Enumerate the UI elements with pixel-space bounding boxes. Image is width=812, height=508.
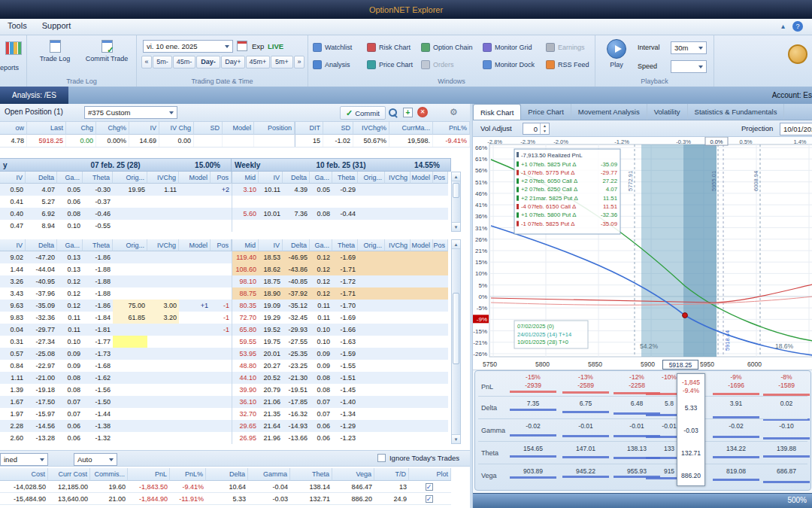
scroll-thumb[interactable]: [453, 293, 459, 364]
zoom-icon[interactable]: [388, 108, 398, 117]
trade-log-button[interactable]: Trade Log: [32, 40, 78, 62]
play-button[interactable]: Play: [601, 39, 632, 68]
expiry-band-1[interactable]: y07 feb. 25 (28)15.00%: [0, 158, 232, 172]
tab-analysis-es[interactable]: Analysis: /ES: [0, 87, 68, 104]
tab-volatility[interactable]: Volatility: [647, 104, 688, 120]
chain-row[interactable]: 0.415.270.06-0.37: [0, 196, 448, 208]
chain-row[interactable]: 1.67-17.500.07-1.5036.1021.06-17.850.07-…: [0, 396, 448, 408]
tab-risk-chart[interactable]: Risk Chart: [473, 104, 521, 120]
chain-row[interactable]: 1.11-21.000.08-1.6244.1020.52-21.300.08-…: [0, 372, 448, 384]
plot-checkbox[interactable]: ✓: [426, 495, 433, 503]
vol-adjust-spinner[interactable]: 0 ▲▼: [523, 123, 550, 135]
checkbox-icon[interactable]: [377, 454, 386, 462]
scroll-down-icon[interactable]: ▼: [452, 222, 460, 231]
add-analysis-icon[interactable]: +: [403, 108, 413, 117]
puts-scrollbar[interactable]: ▲ ▼: [451, 239, 461, 444]
greek-bar: [562, 456, 609, 458]
greek-value: 903.89: [523, 467, 543, 475]
calls-scrollbar[interactable]: ▲ ▼: [451, 172, 461, 232]
collapse-ribbon-icon[interactable]: ▴: [781, 22, 785, 30]
chain-row[interactable]: 0.406.920.08-0.465.6010.017.360.08-0.44: [0, 208, 448, 220]
scroll-down-icon[interactable]: ▼: [452, 434, 460, 443]
window-toggle-watchlist[interactable]: Watchlist: [313, 40, 352, 55]
spinner-arrows-icon[interactable]: ▲▼: [540, 123, 549, 134]
window-toggle-rss-feed[interactable]: RSS Feed: [546, 57, 589, 72]
window-toggle-option-chain[interactable]: Option Chain: [421, 40, 473, 55]
menu-tools[interactable]: Tools: [0, 19, 35, 32]
chain-row[interactable]: 1.39-19.180.08-1.5639.9020.79-19.510.08-…: [0, 384, 448, 396]
window-toggle-orders[interactable]: Orders: [421, 57, 454, 72]
speed-select[interactable]: [671, 60, 707, 73]
window-toggle-earnings[interactable]: Earnings: [546, 40, 585, 55]
trading-date-select[interactable]: vi. 10 ene. 2025: [143, 40, 233, 53]
chain-row[interactable]: 2.60-13.280.06-1.3226.9521.96-13.660.06-…: [0, 432, 448, 444]
totals-header-row: CostCurr CostCommis...PnLPnL%DeltaGammaT…: [0, 468, 451, 481]
nav-5m-[interactable]: 5m-: [153, 56, 172, 68]
window-toggle-risk-chart[interactable]: Risk Chart: [367, 40, 411, 55]
strategy-select[interactable]: #375 Custom: [84, 106, 177, 119]
greek-value: 915: [664, 467, 674, 475]
interval-select[interactable]: 30m: [671, 41, 707, 54]
tab-price-chart[interactable]: Price Chart: [521, 104, 571, 120]
reports-icon[interactable]: [5, 41, 22, 55]
scroll-up-icon[interactable]: ▲: [452, 240, 460, 249]
window-toggle-monitor-dock[interactable]: Monitor Dock: [483, 57, 535, 72]
help-icon[interactable]: ?: [792, 21, 803, 32]
nav-Day+[interactable]: Day+: [221, 56, 245, 68]
window-title: OptionNET Explorer: [369, 5, 443, 14]
expiry-band-2[interactable]: Weekly10 feb. 25 (31)14.55%: [232, 158, 451, 172]
settings-gear-icon[interactable]: ⚙: [450, 107, 458, 117]
nav-5m+[interactable]: 5m+: [271, 56, 293, 68]
greek-value: -10%: [662, 373, 677, 381]
chevron-down-icon: [169, 111, 174, 114]
greek-value: 955.93: [627, 467, 647, 475]
nav-back[interactable]: «: [141, 56, 152, 68]
window-toggle-price-chart[interactable]: Price Chart: [367, 57, 413, 72]
reports-label[interactable]: eports: [0, 64, 19, 71]
menu-support[interactable]: Support: [35, 19, 79, 32]
current-price-box: 5918.25: [662, 360, 698, 370]
greek-bar: [510, 409, 556, 411]
scroll-thumb[interactable]: [453, 183, 459, 198]
chain-row[interactable]: 0.31-27.340.10-1.7759.5519.75-27.550.10-…: [0, 336, 448, 348]
chain-row[interactable]: 1.44-44.040.13-1.88108.6018.62-43.860.12…: [0, 263, 448, 275]
calendar-icon[interactable]: [237, 41, 247, 51]
commit-trade-button[interactable]: Commit Trade: [81, 40, 132, 62]
auto-select[interactable]: Auto: [74, 453, 117, 466]
plot-checkbox[interactable]: ✓: [426, 483, 433, 491]
nav-45m-[interactable]: 45m-: [173, 56, 195, 68]
scroll-up-icon[interactable]: ▲: [452, 172, 460, 181]
window-toggle-monitor-grid[interactable]: Monitor Grid: [483, 40, 532, 55]
x-tick: 6000: [747, 360, 762, 368]
chain-row[interactable]: 0.478.940.10-0.55: [0, 220, 448, 232]
chain-row[interactable]: 9.63-35.090.12-1.8675.003.00+1-180.3519.…: [0, 300, 448, 312]
risk-chart[interactable]: 5772.915955.016008.945918.4466%61%56%51%…: [473, 137, 812, 360]
table-footer-bar: ined Auto Ignore Today's Trades: [0, 450, 470, 467]
chain-row[interactable]: 3.26-40.950.12-1.8898.1018.75-40.850.12-…: [0, 275, 448, 287]
chain-row[interactable]: 9.83-32.360.11-1.8461.853.20-172.7019.29…: [0, 312, 448, 324]
chain-row[interactable]: 2.28-14.560.06-1.3829.6521.64-14.930.06-…: [0, 420, 448, 432]
chain-row[interactable]: 0.57-25.080.09-1.7353.9520.01-25.350.09-…: [0, 348, 448, 360]
totals-headers: CostCurr CostCommis...PnLPnL%DeltaGammaT…: [0, 468, 451, 481]
greek-value: 134.22: [726, 445, 746, 452]
chain-row[interactable]: 0.504.070.05-0.3019.951.11+23.1010.114.3…: [0, 184, 448, 196]
chain-row[interactable]: 3.43-37.960.12-1.8888.7518.90-37.920.12-…: [0, 287, 448, 300]
chain-row[interactable]: 9.02-47.200.13-1.86119.4018.53-46.950.12…: [0, 251, 448, 263]
ignore-trades-checkbox[interactable]: Ignore Today's Trades: [377, 454, 459, 462]
window-toggle-analysis[interactable]: Analysis: [313, 57, 350, 72]
display-mode-select[interactable]: ined: [0, 453, 48, 466]
tab-statistics-fundamentals[interactable]: Statistics & Fundamentals: [688, 104, 785, 120]
tab-movement-analysis[interactable]: Movement Analysis: [571, 104, 647, 120]
nav-45m+[interactable]: 45m+: [246, 56, 270, 68]
nav-fwd[interactable]: »: [294, 56, 304, 68]
nav-Day-[interactable]: Day-: [196, 56, 220, 68]
greek-value: 138.13: [627, 445, 647, 452]
vol-adjust-label: Vol Adjust: [480, 124, 512, 132]
close-icon[interactable]: ✕: [417, 107, 428, 117]
projection-date-select[interactable]: 10/01/2025: [780, 123, 812, 135]
chain-row[interactable]: 0.04-29.770.11-1.81-165.8019.52-29.930.1…: [0, 324, 448, 336]
chain-row[interactable]: 1.97-15.970.07-1.4432.7021.35-16.320.07-…: [0, 408, 448, 420]
chain-row[interactable]: 0.84-22.970.09-1.6848.8020.27-23.250.09-…: [0, 360, 448, 372]
analysis-panel: Open Position (1) #375 Custom ✓ Commit +…: [0, 104, 470, 508]
commit-button[interactable]: ✓ Commit: [340, 106, 386, 120]
